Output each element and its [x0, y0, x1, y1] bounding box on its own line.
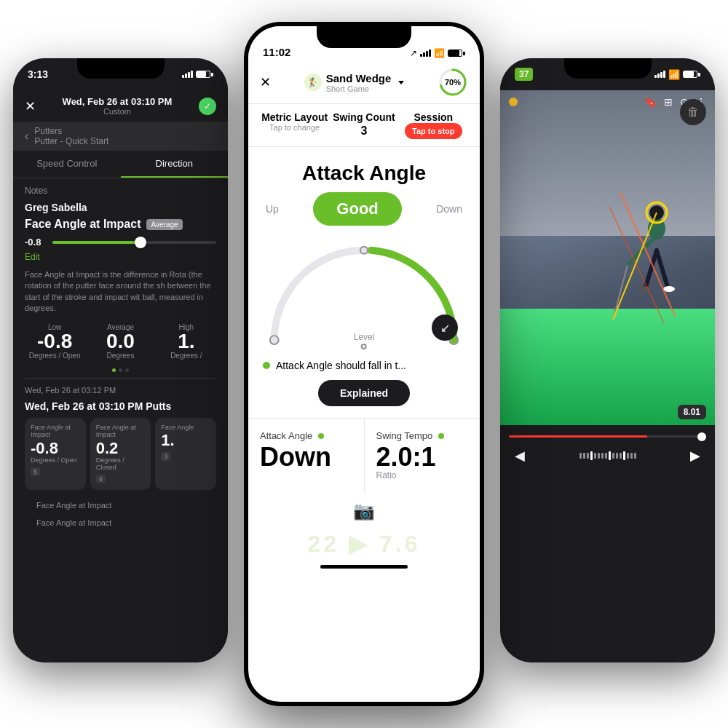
- left-cards-row: Face Angle at Impact -0.8 Degrees / Open…: [13, 418, 228, 491]
- right-indicator-dot: [509, 98, 518, 106]
- center-session-stop-button[interactable]: Tap to stop: [405, 123, 462, 139]
- center-level-label: Level: [354, 332, 375, 342]
- left-person: Greg Sabella: [13, 199, 228, 216]
- left-nav-row: ‹ Putters Putter - Quick Start: [13, 122, 228, 151]
- center-attack-title: Attack Angle: [248, 147, 480, 192]
- center-arc-indicator: ↙: [432, 314, 458, 341]
- left-putter-sub: Putter - Quick Start: [34, 136, 108, 146]
- center-down-label: Down: [436, 203, 462, 215]
- club-icon: 🏌️: [304, 74, 322, 91]
- center-status-icons: ↗ 📶: [410, 48, 465, 58]
- left-slider-row: -0.8: [13, 232, 228, 252]
- left-date-title: Wed, Feb 26 at 03:10 PM: [36, 96, 199, 107]
- center-hint-row: Attack Angle should fall in t...: [248, 348, 480, 377]
- center-attack-angle-stat: Attack Angle Down: [248, 419, 365, 492]
- left-slider-value: -0.8: [25, 237, 47, 248]
- center-location-icon: ↗: [410, 48, 417, 58]
- svg-line-9: [613, 265, 628, 320]
- center-camera-icon[interactable]: 📷: [353, 501, 375, 521]
- left-stat-high: High 1. Degrees /: [157, 323, 216, 360]
- right-wifi-icon: 📶: [668, 69, 680, 80]
- center-phone: 11:02 ↗ 📶: [244, 22, 484, 706]
- center-gauge-area: Up Good Down: [248, 192, 480, 348]
- left-signal-icon: [182, 71, 193, 78]
- right-grid-icon[interactable]: ⊞: [664, 96, 673, 108]
- left-card-1[interactable]: Face Angle at Impact 0.2 Degrees / Close…: [90, 418, 151, 491]
- right-timeline-row: [509, 431, 706, 440]
- center-swing-count-val: 3: [329, 124, 398, 138]
- right-notch: [564, 58, 652, 79]
- left-check-button[interactable]: ✓: [199, 98, 216, 115]
- center-attack-angle-label: Attack Angle: [260, 430, 352, 441]
- left-pagination-dots: [13, 365, 228, 375]
- left-metric-row: Face Angle at Impact Average: [13, 216, 228, 232]
- left-edit-link[interactable]: Edit: [13, 252, 228, 266]
- svg-line-10: [646, 250, 657, 287]
- center-level-dot: [361, 344, 367, 349]
- center-metric-layout-label: Metric Layout: [260, 111, 329, 123]
- left-stats-row: Low -0.8 Degrees / Open Average 0.0 Degr…: [13, 317, 228, 365]
- right-delete-button[interactable]: 🗑: [680, 99, 706, 125]
- center-battery-icon: [448, 50, 465, 57]
- left-mode: Custom: [36, 107, 199, 116]
- scene: 3:13 ✕ Wed,: [0, 0, 728, 728]
- center-close-button[interactable]: ✕: [260, 74, 271, 90]
- center-club-sub: Short Game: [326, 84, 392, 93]
- svg-point-13: [663, 286, 675, 292]
- right-golfer-svg: [606, 185, 693, 331]
- left-notch: [77, 58, 165, 79]
- center-progress-text: 70%: [445, 78, 461, 87]
- center-swing-tempo-stat: Swing Tempo 2.0:1 Ratio: [365, 419, 480, 492]
- right-video-bottom: ◀: [500, 425, 715, 477]
- center-attack-angle-value: Down: [260, 444, 352, 470]
- center-swing-count: Swing Count 3: [329, 111, 398, 139]
- center-club-info[interactable]: 🏌️ Sand Wedge Short Game: [304, 72, 405, 93]
- right-video-area: 🔖 ⊞ ⊙ ⋮ 🗑 8.01: [500, 90, 715, 425]
- right-bookmark-icon[interactable]: 🔖: [644, 96, 657, 108]
- left-putter-label: Putters: [34, 126, 108, 136]
- center-metrics-bar: Metric Layout Tap to change Swing Count …: [248, 104, 480, 147]
- left-session-date: Wed, Feb 26 at 03:12 PM: [13, 381, 228, 399]
- left-battery-icon: [196, 71, 213, 78]
- center-attack-dot: [318, 433, 324, 439]
- center-level-label-wrap: Level: [354, 332, 375, 351]
- left-top-bar: ✕ Wed, Feb 26 at 03:10 PM Custom ✓: [13, 90, 228, 122]
- left-tab-row: Speed Control Direction: [13, 151, 228, 178]
- right-battery-icon: [683, 71, 700, 78]
- left-slider-track[interactable]: [52, 241, 216, 244]
- center-club-header: ✕ 🏌️ Sand Wedge Short Game 70%: [248, 61, 480, 104]
- center-swing-tempo-label: Swing Tempo: [376, 430, 469, 441]
- tab-speed-control[interactable]: Speed Control: [13, 151, 121, 178]
- left-close-button[interactable]: ✕: [25, 98, 36, 114]
- center-hint-text: Attack Angle should fall in t...: [276, 360, 406, 371]
- left-stat-avg: Average 0.0 Degrees: [90, 323, 150, 360]
- left-bottom-label: Face Angle at Impact: [25, 497, 216, 514]
- left-card-2[interactable]: Face Angle 1. 3: [155, 418, 216, 491]
- right-speed-badge: 8.01: [678, 405, 706, 419]
- center-swing-count-label: Swing Count: [329, 111, 398, 123]
- center-good-pill: Good: [313, 192, 401, 226]
- left-nav-arrow[interactable]: ‹: [25, 130, 28, 143]
- center-session-label: Session: [399, 111, 468, 123]
- center-hint-dot: [263, 362, 270, 369]
- left-description: Face Angle at Impact is the difference i…: [13, 266, 228, 317]
- right-phone: 37 📶: [500, 58, 715, 662]
- right-time: 37: [515, 68, 533, 81]
- right-prev-button[interactable]: ◀: [509, 445, 531, 467]
- left-stat-low: Low -0.8 Degrees / Open: [25, 323, 84, 360]
- center-metric-layout[interactable]: Metric Layout Tap to change: [260, 111, 329, 139]
- right-signal-icon: [654, 71, 665, 78]
- right-next-button[interactable]: ▶: [684, 445, 706, 467]
- left-notes-label: Notes: [13, 178, 228, 199]
- svg-line-11: [657, 250, 668, 287]
- right-controls-row: ◀: [509, 440, 706, 471]
- center-explained-button[interactable]: Explained: [318, 380, 410, 406]
- center-swing-tempo-value: 2.0:1: [376, 444, 469, 470]
- center-arc-gauge: ↙ Level: [260, 232, 468, 348]
- center-session-col: Session Tap to stop: [399, 111, 468, 139]
- tab-direction[interactable]: Direction: [121, 151, 229, 178]
- left-divider: [25, 378, 216, 379]
- right-status-icons: 📶: [654, 69, 700, 80]
- left-card-0[interactable]: Face Angle at Impact -0.8 Degrees / Open…: [25, 418, 86, 491]
- right-timeline-bar[interactable]: [509, 435, 706, 438]
